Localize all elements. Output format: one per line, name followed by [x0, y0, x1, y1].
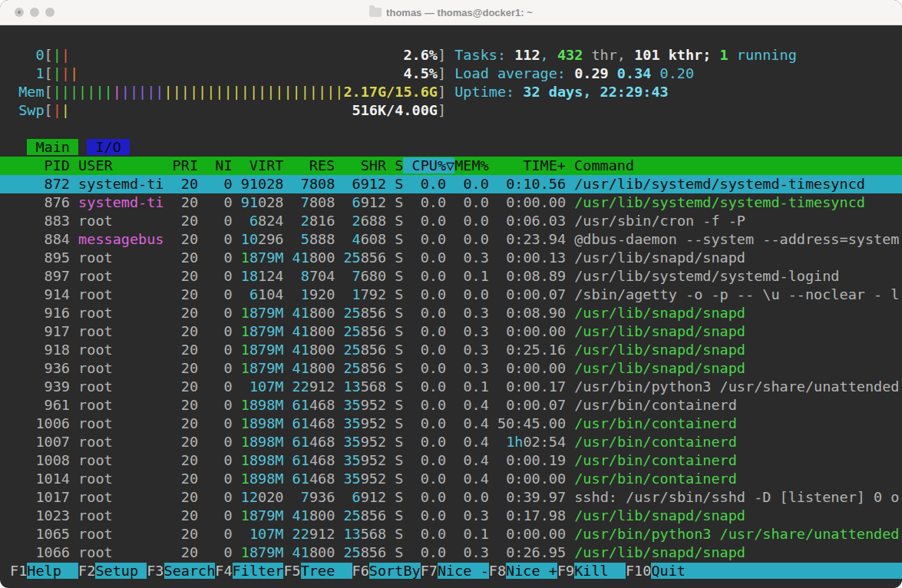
- text-run: 688: [361, 213, 386, 229]
- process-row-883[interactable]: 883 root 20 0 6824 2816 2688 S 0.0 0.0 0…: [0, 212, 902, 230]
- pri-cell: 20: [173, 507, 198, 524]
- text-run: [70, 213, 78, 229]
- process-row-917[interactable]: 917 root 20 0 1879M 41800 25856 S 0.0 0.…: [0, 322, 902, 341]
- process-row-1023[interactable]: 1023 root 20 0 1879M 41800 25856 S 0.0 0…: [0, 507, 902, 525]
- text-run: [283, 213, 292, 229]
- process-row-916[interactable]: 916 root 20 0 1879M 41800 25856 S 0.0 0.…: [0, 304, 902, 322]
- text-run: [233, 360, 241, 376]
- process-row-884[interactable]: 884 messagebus 20 0 10296 5888 4608 S 0.…: [0, 230, 902, 249]
- text-run: 6: [249, 213, 258, 229]
- fkey-tree[interactable]: Tree: [301, 563, 352, 579]
- mem-cell: 0.0: [454, 176, 489, 192]
- text-run: [335, 415, 343, 431]
- text-run: [386, 231, 395, 247]
- process-row-1008[interactable]: 1008 root 20 0 1898M 61468 35952 S 0.0 0…: [0, 451, 902, 470]
- fkey-nice-minus[interactable]: Nice -: [438, 563, 489, 579]
- text-run: [70, 434, 78, 450]
- fkey-kill-key[interactable]: F9: [557, 563, 574, 579]
- text-run: 6: [352, 194, 361, 210]
- close-button[interactable]: [15, 8, 24, 17]
- process-row-936[interactable]: 936 root 20 0 1879M 41800 25856 S 0.0 0.…: [0, 359, 902, 378]
- fkey-search[interactable]: Search: [164, 563, 216, 579]
- memory-meter: Mem[||||||||||||||||||||||||||||||||||2.…: [0, 83, 902, 101]
- text-run: [70, 268, 78, 284]
- text-run: [497, 434, 506, 450]
- text-run: [446, 415, 454, 431]
- cpu-meter-1: 1[||| 4.5%] Load average: 0.29 0.34 0.20: [0, 64, 902, 83]
- process-row-1007[interactable]: 1007 root 20 0 1898M 61468 35952 S 0.0 0…: [0, 433, 902, 451]
- cpu-cell: 0.0: [412, 323, 447, 339]
- fkey-nice-plus[interactable]: Nice +: [506, 563, 557, 579]
- fkey-setup[interactable]: Setup: [95, 563, 147, 579]
- text-run: [292, 286, 301, 302]
- fkey-search-key[interactable]: F3: [147, 563, 164, 579]
- cpu-cell: 0.0: [412, 176, 447, 192]
- fkey-quit[interactable]: Quit: [651, 563, 902, 579]
- text-run: [335, 305, 343, 321]
- text-run: [233, 415, 241, 431]
- text-run: [446, 452, 454, 468]
- text-run: 468: [309, 434, 335, 450]
- fkey-nice-plus-key[interactable]: F8: [489, 563, 506, 579]
- state-cell: S: [395, 213, 403, 229]
- process-row-897[interactable]: 897 root 20 0 18124 8704 7680 S 0.0 0.1 …: [0, 267, 902, 286]
- text-run: 107M: [249, 378, 284, 395]
- table-header-row[interactable]: PID USER PRI NI VIRT RES SHR S CPU%▽MEM%…: [0, 157, 902, 175]
- process-row-914[interactable]: 914 root 20 0 6104 1920 1792 S 0.0 0.0 0…: [0, 286, 902, 304]
- tab-io[interactable]: I/O: [87, 139, 130, 155]
- text-run: 028: [258, 194, 283, 210]
- text-run: 1: [241, 397, 249, 413]
- fkey-sortby-key[interactable]: F6: [352, 563, 369, 579]
- zoom-button[interactable]: [45, 8, 55, 17]
- tab-main[interactable]: Main: [27, 139, 78, 155]
- fkey-filter-key[interactable]: F4: [215, 563, 232, 579]
- fkey-help[interactable]: Help: [27, 563, 78, 579]
- text-run: [164, 434, 173, 450]
- text-run: [164, 249, 173, 266]
- text-run: [335, 176, 343, 192]
- process-row-961[interactable]: 961 root 20 0 1898M 61468 35952 S 0.0 0.…: [0, 396, 902, 415]
- fkey-help-key[interactable]: F1: [10, 563, 27, 579]
- minimize-button[interactable]: [30, 8, 39, 17]
- command-cell: /usr/bin/python3 /usr/share/unattended: [574, 526, 899, 542]
- process-row-876[interactable]: 876 systemd-ti 20 0 91028 7808 6912 S 0.…: [0, 193, 902, 212]
- text-run: [: [45, 47, 53, 63]
- process-row-918[interactable]: 918 root 20 0 1879M 41800 25856 S 0.0 0.…: [0, 341, 902, 359]
- state-cell: S: [395, 526, 403, 542]
- mem-cell: 0.3: [454, 544, 489, 560]
- command-cell: /usr/bin/containerd: [574, 415, 899, 431]
- fkey-sortby[interactable]: SortBy: [369, 563, 421, 579]
- process-row-895[interactable]: 895 root 20 0 1879M 41800 25856 S 0.0 0.…: [0, 249, 902, 267]
- process-row-1006[interactable]: 1006 root 20 0 1898M 61468 35952 S 0.0 0…: [0, 415, 902, 433]
- text-run: [403, 471, 411, 487]
- text-run: [241, 286, 249, 302]
- text-run: 2: [301, 213, 309, 229]
- blank-line: [0, 120, 902, 138]
- process-row-1014[interactable]: 1014 root 20 0 1898M 61468 35952 S 0.0 0…: [0, 470, 902, 488]
- memory-meter-label: Mem: [10, 84, 45, 100]
- state-cell: S: [395, 286, 403, 302]
- text-run: 856: [361, 305, 386, 321]
- process-row-872[interactable]: 872 systemd-ti 20 0 91028 7808 6912 S 0.…: [0, 175, 902, 193]
- tasks-info: Tasks:: [454, 47, 514, 63]
- text-run: 952: [361, 434, 386, 450]
- process-row-1017[interactable]: 1017 root 20 0 12020 7936 6912 S 0.0 0.0…: [0, 488, 902, 507]
- sort-column-cpu[interactable]: CPU%▽: [403, 157, 454, 173]
- cpu-cell: 0.0: [412, 489, 447, 505]
- process-row-1066[interactable]: 1066 root 20 0 1879M 41800 25856 S 0.0 0…: [0, 543, 902, 562]
- fkey-quit-key[interactable]: F10: [626, 563, 651, 579]
- text-run: 816: [309, 213, 335, 229]
- text-run: [233, 397, 241, 413]
- mem-cell: 0.1: [454, 268, 489, 284]
- text-run: [283, 231, 292, 247]
- fkey-kill[interactable]: Kill: [574, 563, 626, 579]
- text-run: [70, 176, 78, 192]
- command-cell: /usr/lib/systemd/systemd-logind: [574, 268, 899, 284]
- text-run: MEM% TIME+ Command: [454, 157, 634, 173]
- fkey-filter[interactable]: Filter: [233, 563, 284, 579]
- fkey-setup-key[interactable]: F2: [78, 563, 95, 579]
- fkey-nice-minus-key[interactable]: F7: [421, 563, 438, 579]
- process-row-1065[interactable]: 1065 root 20 0 107M 22912 13568 S 0.0 0.…: [0, 525, 902, 543]
- process-row-939[interactable]: 939 root 20 0 107M 22912 13568 S 0.0 0.1…: [0, 378, 902, 396]
- fkey-tree-key[interactable]: F5: [283, 563, 300, 579]
